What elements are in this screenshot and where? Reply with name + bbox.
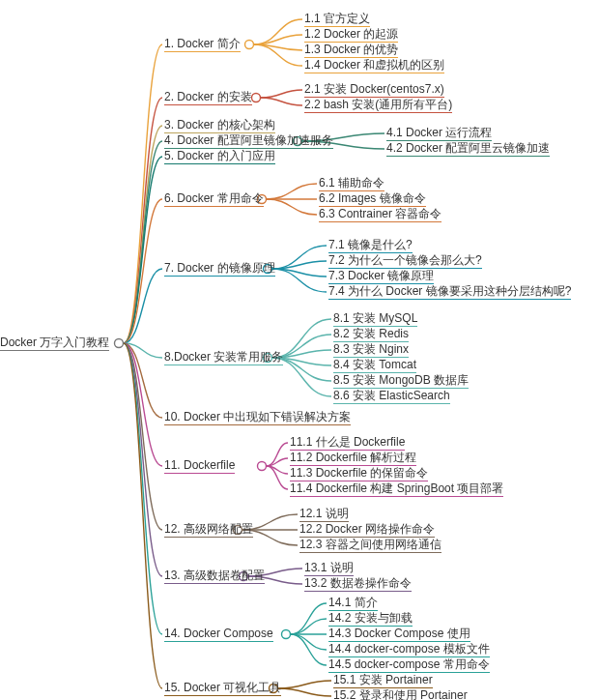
branch-4: 5. Docker 的入门应用 xyxy=(164,149,275,164)
leaf-5-2: 6.3 Contrainer 容器命令 xyxy=(319,207,441,222)
leaf-0-2: 1.3 Docker 的优势 xyxy=(304,43,398,58)
branch-11: 13. 高级数据卷配置 xyxy=(164,569,265,584)
leaf-7-4: 8.5 安装 MongoDB 数据库 xyxy=(333,373,469,389)
leaf-6-2: 7.3 Docker 镜像原理 xyxy=(328,269,434,284)
leaf-13-0: 15.1 安装 Portainer xyxy=(333,673,433,688)
root-node: Docker 万字入门教程 xyxy=(0,335,109,351)
branch-13: 15. Docker 可视化工具 xyxy=(164,681,281,696)
leaf-12-3: 14.4 docker-compose 模板文件 xyxy=(328,642,490,657)
leaf-11-0: 13.1 说明 xyxy=(304,561,354,576)
branch-12: 14. Docker Compose xyxy=(164,627,273,642)
leaf-3-1: 4.2 Docker 配置阿里云镜像加速 xyxy=(386,141,550,157)
leaf-11-1: 13.2 数据卷操作命令 xyxy=(304,576,412,592)
leaf-7-0: 8.1 安装 MySQL xyxy=(333,311,417,327)
svg-point-1 xyxy=(245,41,254,49)
leaf-9-3: 11.4 Dockerfile 构建 SpringBoot 项目部署 xyxy=(290,481,503,497)
leaf-6-1: 7.2 为什么一个镜像会那么大? xyxy=(328,253,482,269)
leaf-0-0: 1.1 官方定义 xyxy=(304,12,370,27)
leaf-5-0: 6.1 辅助命令 xyxy=(319,176,384,191)
leaf-10-0: 12.1 说明 xyxy=(299,507,349,522)
leaf-12-1: 14.2 安装与卸载 xyxy=(328,611,413,627)
leaf-5-1: 6.2 Images 镜像命令 xyxy=(319,191,426,207)
leaf-12-4: 14.5 docker-compose 常用命令 xyxy=(328,657,490,673)
leaf-10-1: 12.2 Docker 网络操作命令 xyxy=(299,522,435,538)
leaf-12-2: 14.3 Docker Compose 使用 xyxy=(328,627,470,642)
svg-point-2 xyxy=(252,94,261,102)
branch-9: 11. Dockerfile xyxy=(164,458,235,474)
leaf-6-3: 7.4 为什么 Docker 镜像要采用这种分层结构呢? xyxy=(328,284,571,300)
branch-0: 1. Docker 简介 xyxy=(164,37,241,52)
leaf-9-0: 11.1 什么是 Dockerfile xyxy=(290,435,405,451)
leaf-1-1: 2.2 bash 安装(通用所有平台) xyxy=(304,98,452,113)
svg-point-10 xyxy=(282,630,291,639)
leaf-9-2: 11.3 Dockerfile 的保留命令 xyxy=(290,466,428,481)
leaf-12-0: 14.1 简介 xyxy=(328,596,378,611)
leaf-3-0: 4.1 Docker 运行流程 xyxy=(386,126,492,141)
leaf-0-3: 1.4 Docker 和虚拟机的区别 xyxy=(304,58,444,73)
leaf-9-1: 11.2 Dockerfile 解析过程 xyxy=(290,451,416,466)
leaf-7-2: 8.3 安装 Nginx xyxy=(333,342,409,358)
branch-8: 10. Docker 中出现如下错误解决方案 xyxy=(164,410,351,425)
leaf-7-5: 8.6 安装 ElasticSearch xyxy=(333,389,450,404)
svg-point-7 xyxy=(258,462,267,471)
leaf-13-1: 15.2 登录和使用 Portainer xyxy=(333,688,468,700)
branch-3: 4. Docker 配置阿里镜像加速服务 xyxy=(164,133,333,149)
leaf-0-1: 1.2 Docker 的起源 xyxy=(304,27,398,43)
leaf-6-0: 7.1 镜像是什么? xyxy=(328,238,413,253)
leaf-10-2: 12.3 容器之间使用网络通信 xyxy=(299,538,441,553)
branch-5: 6. Docker 常用命令 xyxy=(164,191,264,207)
branch-7: 8.Docker 安装常用服务 xyxy=(164,350,283,365)
leaf-7-1: 8.2 安装 Redis xyxy=(333,327,409,342)
svg-point-0 xyxy=(115,339,124,348)
branch-10: 12. 高级网络配置 xyxy=(164,522,253,538)
branch-2: 3. Docker 的核心架构 xyxy=(164,118,275,133)
branch-6: 7. Docker 的镜像原理 xyxy=(164,261,275,277)
leaf-7-3: 8.4 安装 Tomcat xyxy=(333,358,416,373)
leaf-1-0: 2.1 安装 Docker(centos7.x) xyxy=(304,82,444,98)
branch-1: 2. Docker 的安装 xyxy=(164,90,252,105)
